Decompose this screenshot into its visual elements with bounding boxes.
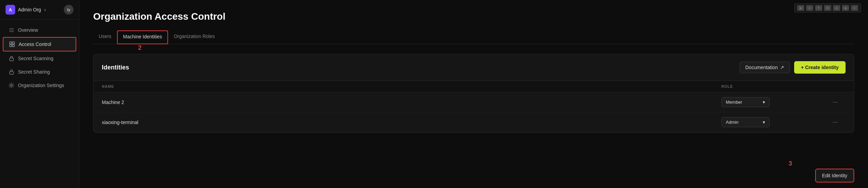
org-name: Admin Org — [18, 7, 41, 12]
svg-rect-2 — [10, 45, 12, 47]
svg-rect-3 — [12, 45, 14, 47]
org-selector[interactable]: A Admin Org ∨ — [6, 5, 46, 15]
role-select-xiaoxing[interactable]: Admin ▾ — [721, 117, 770, 127]
toolbar-icon-2[interactable]: ≡ — [806, 5, 813, 11]
identity-name: xiaoxing-terminal — [102, 120, 721, 125]
toolbar-icon-7[interactable]: × — [851, 5, 858, 11]
sidebar-item-label: Organization Settings — [18, 83, 64, 88]
documentation-button[interactable]: Documentation ↗ — [740, 62, 790, 73]
tabs-bar: Users Machine Identities Organization Ro… — [93, 30, 854, 44]
sidebar-item-overview[interactable]: ⊡ Overview — [3, 24, 76, 37]
org-avatar: A — [6, 5, 15, 15]
documentation-label: Documentation — [745, 65, 778, 70]
toolbar-icon-6[interactable]: ⊛ — [842, 5, 849, 11]
tab-org-roles[interactable]: Organization Roles — [168, 31, 220, 44]
table-row: Machine 2 Member ▾ ··· — [94, 92, 854, 112]
unlock-icon — [8, 69, 14, 75]
col-role: ROLE — [721, 84, 825, 88]
sidebar-item-label: Access Control — [19, 41, 51, 47]
chevron-down-icon: ▾ — [763, 120, 765, 125]
sidebar-header: A Admin Org ∨ ly — [0, 0, 79, 20]
main-content: ⊞ ≡ ⌖ ⟳ ⊙ ⊛ × Organization Access Contro… — [79, 0, 868, 188]
sidebar-item-secret-sharing[interactable]: Secret Sharing — [3, 65, 76, 78]
page-title: Organization Access Control — [93, 11, 854, 22]
sidebar-item-secret-scanning[interactable]: Secret Scanning — [3, 52, 76, 65]
tab-machine-identities[interactable]: Machine Identities — [117, 30, 168, 44]
edit-identity-popup[interactable]: Edit Identity — [815, 169, 854, 182]
lock-icon — [8, 55, 14, 62]
col-name: NAME — [102, 84, 721, 88]
settings-icon — [8, 82, 14, 88]
overview-icon: ⊡ — [8, 27, 14, 33]
external-link-icon: ↗ — [780, 65, 784, 70]
toolbar-icon-3[interactable]: ⌖ — [815, 5, 822, 11]
chevron-down-icon: ∨ — [44, 8, 46, 12]
sidebar-item-label: Overview — [18, 27, 38, 33]
svg-rect-4 — [10, 58, 13, 61]
toolbar-icon-4[interactable]: ⟳ — [824, 5, 831, 11]
create-identity-label: + Create identity — [801, 65, 839, 70]
role-select-machine2[interactable]: Member ▾ — [721, 97, 770, 107]
sidebar-item-label: Secret Scanning — [18, 56, 53, 61]
chevron-down-icon: ▾ — [763, 100, 765, 105]
sidebar-item-access-control[interactable]: Access Control 1 — [3, 37, 76, 51]
sidebar: A Admin Org ∨ ly ⊡ Overview Access Contr… — [0, 0, 79, 188]
svg-rect-0 — [10, 42, 12, 44]
more-options-button-2[interactable]: ··· — [825, 119, 846, 126]
identity-name: Machine 2 — [102, 100, 721, 105]
annotation-3: 3 — [789, 160, 792, 167]
toolbar-icon-1[interactable]: ⊞ — [797, 5, 804, 11]
svg-rect-1 — [12, 42, 14, 44]
sidebar-item-label: Secret Sharing — [18, 69, 50, 75]
tab-users[interactable]: Users — [93, 31, 117, 44]
role-value: Member — [726, 100, 742, 105]
toolbar-icon-5[interactable]: ⊙ — [833, 5, 840, 11]
user-avatar[interactable]: ly — [64, 5, 74, 15]
table-header: NAME ROLE — [94, 81, 854, 92]
topbar-icons: ⊞ ≡ ⌖ ⟳ ⊙ ⊛ × — [794, 3, 861, 12]
sidebar-navigation: ⊡ Overview Access Control 1 — [0, 20, 79, 188]
role-value: Admin — [726, 120, 739, 125]
annotation-2: 2 — [138, 44, 142, 51]
card-actions: Documentation ↗ + Create identity — [740, 61, 846, 74]
card-header: Identities Documentation ↗ + Create iden… — [94, 54, 854, 81]
card-title: Identities — [102, 64, 129, 71]
table-row: xiaoxing-terminal Admin ▾ ··· — [94, 112, 854, 132]
more-options-button[interactable]: ··· — [825, 98, 846, 106]
identities-card: Identities Documentation ↗ + Create iden… — [93, 54, 854, 133]
sidebar-item-org-settings[interactable]: Organization Settings — [3, 79, 76, 92]
svg-point-6 — [11, 85, 12, 86]
svg-rect-5 — [10, 72, 13, 74]
create-identity-button[interactable]: + Create identity — [794, 61, 846, 74]
access-control-icon — [9, 41, 15, 47]
